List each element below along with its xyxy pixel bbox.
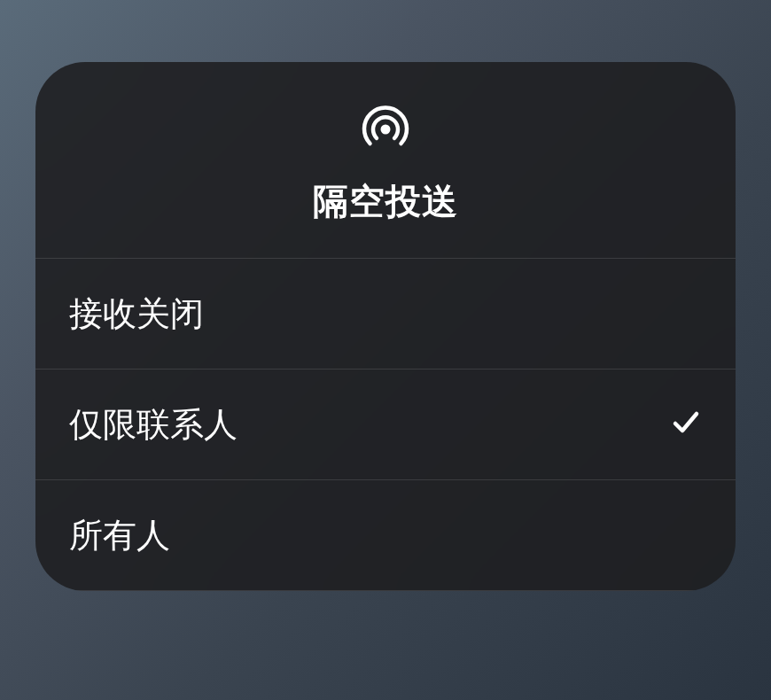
panel-title: 隔空投送 [313, 177, 458, 226]
svg-point-0 [381, 125, 391, 135]
option-label: 接收关闭 [69, 292, 204, 337]
option-label: 仅限联系人 [69, 402, 238, 447]
option-everyone[interactable]: 所有人 [35, 480, 736, 591]
option-list: 接收关闭 仅限联系人 所有人 [35, 259, 736, 591]
option-contacts-only[interactable]: 仅限联系人 [35, 369, 736, 480]
option-label: 所有人 [69, 513, 170, 558]
checkmark-icon [670, 407, 702, 442]
option-receiving-off[interactable]: 接收关闭 [35, 259, 736, 369]
airdrop-settings-panel: 隔空投送 接收关闭 仅限联系人 所有人 [35, 62, 736, 591]
panel-header: 隔空投送 [35, 62, 736, 259]
airdrop-icon [357, 97, 414, 158]
